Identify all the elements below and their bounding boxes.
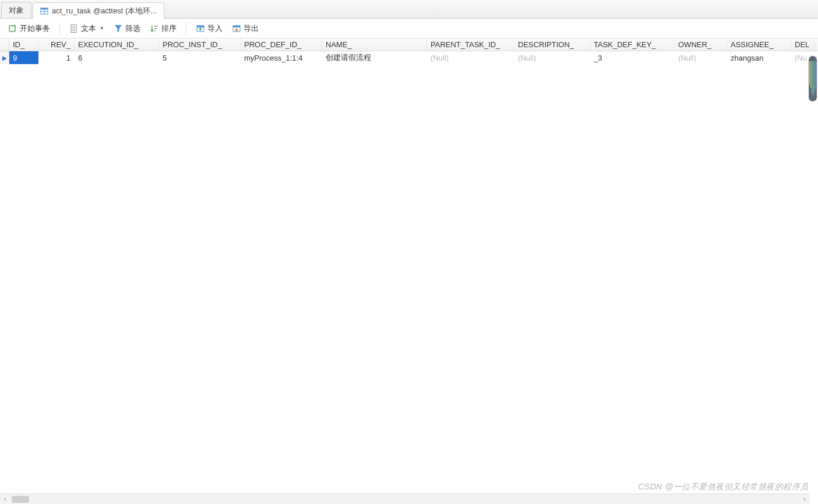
scroll-left-button[interactable]: ‹ <box>0 494 10 505</box>
chevron-down-icon: ▼ <box>100 26 104 31</box>
column-header-task-def-key[interactable]: TASK_DEF_KEY_ <box>590 38 675 51</box>
import-icon <box>196 24 205 33</box>
text-label: 文本 <box>81 23 96 34</box>
scrollbar-thumb[interactable] <box>12 496 29 503</box>
import-label: 导入 <box>207 23 223 34</box>
document-icon <box>69 24 79 33</box>
svg-rect-15 <box>233 26 240 27</box>
cell-name[interactable]: 创建请假流程 <box>322 51 427 64</box>
column-header-name[interactable]: NAME_ <box>322 38 427 51</box>
cell-task-def-key[interactable]: _3 <box>590 51 675 64</box>
sort-label: 排序 <box>161 23 177 34</box>
column-header-execution-id[interactable]: EXECUTION_ID_ <box>75 38 159 51</box>
indicator-bars-icon <box>809 61 817 96</box>
cell-assignee[interactable]: zhangsan <box>727 51 791 64</box>
tab-active-label: act_ru_task @acttest (本地环... <box>52 6 157 16</box>
cell-rev[interactable]: 1 <box>38 51 75 64</box>
toolbar-separator <box>186 23 186 34</box>
toolbar: 开始事务 文本 ▼ 筛选 排序 导入 <box>0 19 818 38</box>
column-header-del[interactable]: DEL <box>791 38 815 51</box>
sort-button[interactable]: 排序 <box>146 22 180 36</box>
column-header-assignee[interactable]: ASSIGNEE_ <box>727 38 791 51</box>
row-indicator-icon[interactable]: ▶ <box>0 51 9 64</box>
begin-transaction-label: 开始事务 <box>20 23 50 34</box>
filter-label: 筛选 <box>125 23 140 34</box>
cell-proc-inst-id[interactable]: 5 <box>159 51 241 64</box>
tab-objects[interactable]: 对象 <box>1 2 31 18</box>
export-icon <box>232 24 241 33</box>
export-button[interactable]: 导出 <box>228 22 262 36</box>
cell-execution-id[interactable]: 6 <box>75 51 159 64</box>
tab-active-table[interactable]: act_ru_task @acttest (本地环... <box>33 2 164 19</box>
scroll-right-button[interactable]: › <box>799 494 810 505</box>
data-grid: ID_ REV_ EXECUTION_ID_ PROC_INST_ID_ PRO… <box>0 38 818 494</box>
table-row[interactable]: ▶ 9 1 6 5 myProcess_1:1:4 创建请假流程 (Null) … <box>0 51 818 64</box>
column-header-rev[interactable]: REV_ <box>38 38 75 51</box>
row-gutter-header[interactable] <box>0 38 9 51</box>
side-overview-indicator[interactable] <box>809 56 817 101</box>
import-button[interactable]: 导入 <box>192 22 226 36</box>
cell-proc-def-id[interactable]: myProcess_1:1:4 <box>241 51 322 64</box>
tab-objects-label: 对象 <box>9 5 24 16</box>
funnel-icon <box>114 24 123 33</box>
text-button[interactable]: 文本 ▼ <box>66 22 108 36</box>
tab-bar: 对象 act_ru_task @acttest (本地环... <box>0 0 818 19</box>
grid-header-row: ID_ REV_ EXECUTION_ID_ PROC_INST_ID_ PRO… <box>0 38 818 51</box>
filter-button[interactable]: 筛选 <box>110 22 144 36</box>
horizontal-scrollbar[interactable]: ‹ › <box>0 494 810 504</box>
sort-icon <box>150 24 159 33</box>
cell-parent-task-id[interactable]: (Null) <box>427 51 514 64</box>
column-header-proc-inst-id[interactable]: PROC_INST_ID_ <box>159 38 241 51</box>
begin-transaction-button[interactable]: 开始事务 <box>5 22 54 36</box>
toolbar-separator <box>59 23 60 34</box>
column-header-owner[interactable]: OWNER_ <box>675 38 727 51</box>
table-icon <box>40 7 48 15</box>
column-header-proc-def-id[interactable]: PROC_DEF_ID_ <box>241 38 322 51</box>
cell-id[interactable]: 9 <box>9 51 38 64</box>
cell-owner[interactable]: (Null) <box>675 51 727 64</box>
column-header-description[interactable]: DESCRIPTION_ <box>514 38 590 51</box>
transaction-icon <box>8 24 17 33</box>
cell-description[interactable]: (Null) <box>514 51 590 64</box>
column-header-id[interactable]: ID_ <box>9 38 38 51</box>
column-header-parent-task-id[interactable]: PARENT_TASK_ID_ <box>427 38 514 51</box>
export-label: 导出 <box>244 23 259 34</box>
svg-rect-13 <box>197 26 204 27</box>
